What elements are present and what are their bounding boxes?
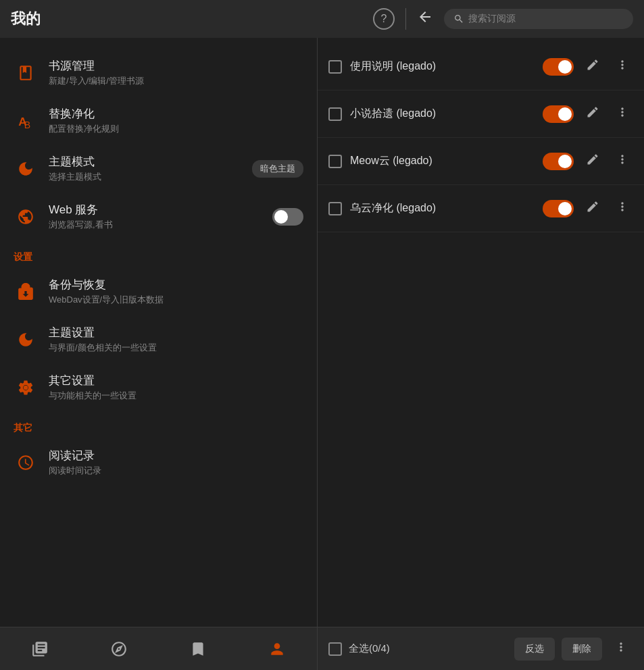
read-history-icon [14,450,38,475]
source-item-3[interactable]: Meow云 (legado) [318,138,644,185]
menu-text-other-settings: 其它设置 与功能相关的一些设置 [49,373,303,402]
source-checkbox-2[interactable] [328,107,342,121]
menu-subtitle-theme-settings: 与界面/颜色相关的一些设置 [49,342,303,354]
bookshelf-icon [31,640,49,658]
menu-title-read-history: 阅读记录 [49,448,303,463]
menu-text-theme-settings: 主题设置 与界面/颜色相关的一些设置 [49,325,303,354]
source-more-icon-2[interactable] [612,103,633,125]
source-toggle-1[interactable] [543,58,574,76]
menu-title-book-source: 书源管理 [49,58,303,74]
backup-icon [14,280,38,304]
menu-item-replace-purify[interactable]: AB 替换净化 配置替换净化规则 [0,97,317,145]
source-more-icon-3[interactable] [612,150,633,172]
source-checkbox-3[interactable] [328,155,342,168]
search-placeholder: 搜索订阅源 [468,13,516,25]
section-label-other: 其它 [0,411,317,438]
menu-title-theme-settings: 主题设置 [49,325,303,340]
book-icon [14,61,38,85]
help-button[interactable]: ? [373,8,395,30]
menu-item-theme-settings[interactable]: 主题设置 与界面/颜色相关的一些设置 [0,315,317,363]
source-item-2[interactable]: 小说拾遗 (legado) [318,91,644,138]
menu-title-theme-mode: 主题模式 [49,154,241,170]
other-settings-icon [14,376,38,400]
source-more-icon-4[interactable] [612,197,633,220]
nav-mine[interactable] [261,633,293,665]
select-all-checkbox[interactable] [328,642,342,656]
theme-settings-icon [14,328,38,352]
reverse-select-button[interactable]: 反选 [514,638,555,661]
section-label-settings: 设置 [0,240,317,267]
source-toggle-3[interactable] [543,153,574,170]
bookmark-icon [189,640,207,658]
search-bar[interactable]: 搜索订阅源 [444,9,633,29]
source-item-1[interactable]: 使用说明 (legado) [318,43,644,91]
menu-item-theme-mode[interactable]: 主题模式 选择主题模式 暗色主题 [0,145,317,192]
source-more-icon-1[interactable] [612,55,633,78]
select-all-label: 全选(0/4) [349,642,507,655]
bottom-actions: 全选(0/4) 反选 删除 [318,638,644,661]
main-content: 书源管理 新建/导入/编辑/管理书源 AB 替换净化 配置替换净化规则 主题模式… [0,38,644,627]
source-edit-icon-3[interactable] [582,150,603,172]
menu-item-book-source[interactable]: 书源管理 新建/导入/编辑/管理书源 [0,49,317,97]
menu-text-book-source: 书源管理 新建/导入/编辑/管理书源 [49,58,303,87]
bottom-more-button[interactable] [609,638,633,660]
svg-point-2 [24,385,28,390]
source-name-4: 乌云净化 (legado) [350,201,535,215]
header-divider [405,8,406,30]
source-edit-icon-1[interactable] [582,55,603,78]
menu-title-web-service: Web 服务 [49,202,262,217]
source-edit-icon-2[interactable] [582,103,603,125]
menu-item-backup-restore[interactable]: 备份与恢复 WebDav设置/导入旧版本数据 [0,267,317,315]
menu-subtitle-backup-restore: WebDav设置/导入旧版本数据 [49,294,303,306]
web-service-icon [14,205,38,229]
menu-item-web-service[interactable]: Web 服务 浏览器写源,看书 [0,192,317,240]
menu-subtitle-web-service: 浏览器写源,看书 [49,219,262,231]
source-toggle-4[interactable] [543,200,574,217]
menu-subtitle-book-source: 新建/导入/编辑/管理书源 [49,75,303,87]
left-panel: 书源管理 新建/导入/编辑/管理书源 AB 替换净化 配置替换净化规则 主题模式… [0,38,318,627]
menu-title-backup-restore: 备份与恢复 [49,277,303,292]
theme-mode-badge: 暗色主题 [252,160,303,178]
menu-item-other-settings[interactable]: 其它设置 与功能相关的一些设置 [0,363,317,411]
menu-item-read-history[interactable]: 阅读记录 阅读时间记录 [0,438,317,486]
page-title: 我的 [11,9,373,29]
source-toggle-2[interactable] [543,105,574,123]
source-checkbox-1[interactable] [328,60,342,74]
menu-text-backup-restore: 备份与恢复 WebDav设置/导入旧版本数据 [49,277,303,306]
menu-subtitle-theme-mode: 选择主题模式 [49,171,241,183]
search-icon [453,14,464,24]
bottom-nav [0,627,318,670]
menu-text-read-history: 阅读记录 阅读时间记录 [49,448,303,477]
back-button[interactable] [417,9,433,29]
menu-subtitle-replace-purify: 配置替换净化规则 [49,123,303,135]
header: 我的 ? 搜索订阅源 [0,0,644,38]
source-checkbox-4[interactable] [328,202,342,215]
menu-subtitle-other-settings: 与功能相关的一些设置 [49,390,303,402]
source-name-2: 小说拾遗 (legado) [350,107,535,121]
svg-text:B: B [24,119,30,129]
nav-discover[interactable] [103,633,135,665]
theme-mode-icon [14,157,38,181]
menu-text-replace-purify: 替换净化 配置替换净化规则 [49,106,303,135]
menu-subtitle-read-history: 阅读时间记录 [49,465,303,477]
replace-icon: AB [14,109,38,133]
menu-title-other-settings: 其它设置 [49,373,303,388]
menu-text-theme-mode: 主题模式 选择主题模式 [49,154,241,183]
bottom-bar: 全选(0/4) 反选 删除 [0,627,644,670]
source-name-1: 使用说明 (legado) [350,59,535,74]
discover-icon [110,640,128,658]
nav-bookshelf[interactable] [24,633,56,665]
source-name-3: Meow云 (legado) [350,154,535,168]
source-edit-icon-4[interactable] [582,197,603,220]
source-item-4[interactable]: 乌云净化 (legado) [318,185,644,232]
right-panel: 使用说明 (legado) 小说拾遗 (legado) [318,38,644,627]
person-icon [268,640,286,658]
menu-text-web-service: Web 服务 浏览器写源,看书 [49,202,262,231]
nav-bookmark[interactable] [182,633,214,665]
menu-title-replace-purify: 替换净化 [49,106,303,122]
web-service-toggle[interactable] [272,208,303,226]
delete-button[interactable]: 删除 [562,638,602,661]
